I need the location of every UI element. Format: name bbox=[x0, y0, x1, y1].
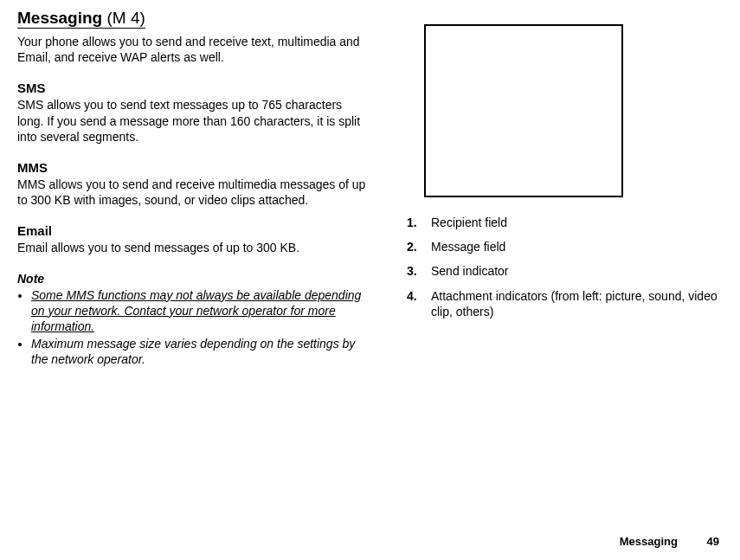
legend-num-2: 2. bbox=[407, 239, 431, 254]
legend-num-1: 1. bbox=[407, 215, 431, 230]
intro-paragraph: Your phone allows you to send and receiv… bbox=[17, 34, 368, 65]
sms-heading: SMS bbox=[17, 80, 368, 95]
email-heading: Email bbox=[17, 223, 368, 238]
legend-item-3: 3. Send indicator bbox=[407, 263, 723, 279]
footer-page-number: 49 bbox=[707, 535, 719, 548]
legend-item-1: 1. Recipient field bbox=[407, 215, 723, 230]
email-body: Email allows you to send messages of up … bbox=[17, 240, 368, 255]
title-suffix: (M 4) bbox=[102, 9, 145, 27]
mms-body: MMS allows you to send and receive multi… bbox=[17, 177, 368, 208]
note-item-1: Some MMS functions may not always be ava… bbox=[31, 287, 368, 335]
legend-item-2: 2. Message field bbox=[407, 239, 723, 254]
title-main: Messaging bbox=[17, 9, 102, 27]
note-item-2: Maximum message size varies depending on… bbox=[31, 336, 368, 367]
legend-text-2: Message field bbox=[431, 239, 505, 254]
legend-text-3: Send indicator bbox=[431, 263, 509, 279]
sms-body: SMS allows you to send text messages up … bbox=[17, 97, 368, 145]
diagram-placeholder bbox=[424, 24, 623, 197]
legend-num-4: 4. bbox=[407, 288, 431, 319]
legend-text-4: Attachment indicators (from left: pictur… bbox=[431, 288, 723, 319]
page-title: Messaging (M 4) bbox=[17, 9, 145, 29]
mms-heading: MMS bbox=[17, 160, 368, 175]
note-item-2-text: Maximum message size varies depending on… bbox=[31, 337, 355, 366]
legend-num-3: 3. bbox=[407, 263, 431, 279]
note-heading: Note bbox=[17, 272, 368, 286]
note-item-1-text: Some MMS functions may not always be ava… bbox=[31, 288, 361, 333]
legend-item-4: 4. Attachment indicators (from left: pic… bbox=[407, 288, 723, 319]
footer-section: Messaging bbox=[620, 535, 678, 548]
note-list: Some MMS functions may not always be ava… bbox=[17, 287, 368, 368]
page-footer: Messaging 49 bbox=[620, 535, 719, 548]
legend-text-1: Recipient field bbox=[431, 215, 507, 230]
legend-list: 1. Recipient field 2. Message field 3. S… bbox=[407, 215, 723, 319]
